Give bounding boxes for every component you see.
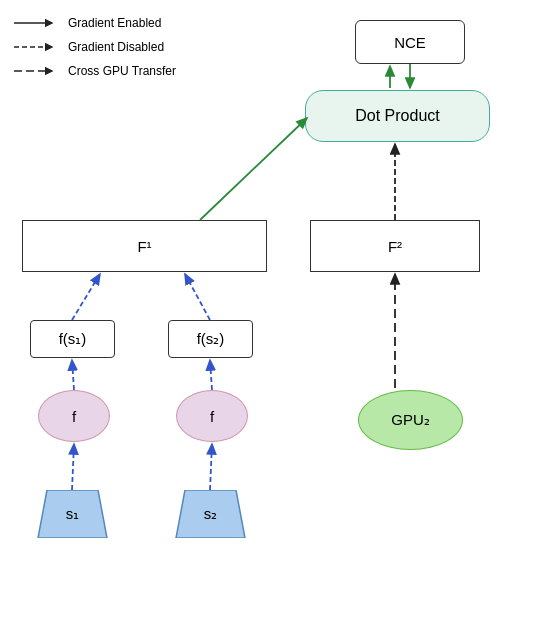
legend-line-dashed — [12, 39, 60, 55]
svg-line-9 — [72, 274, 100, 320]
gpu2-label: GPU₂ — [391, 411, 430, 429]
legend-line-solid — [12, 15, 60, 31]
s2-label: s₂ — [204, 505, 218, 523]
fs2-box: f(s₂) — [168, 320, 253, 358]
fs2-label: f(s₂) — [197, 330, 225, 348]
legend-cross-gpu: Cross GPU Transfer — [12, 60, 176, 82]
f-ellipse-left: f — [38, 390, 110, 442]
nce-box: NCE — [355, 20, 465, 64]
f-ellipse-right: f — [176, 390, 248, 442]
legend-label-wide-dashed: Cross GPU Transfer — [68, 60, 176, 82]
legend: Gradient Enabled Gradient Disabled Cross… — [12, 12, 176, 84]
svg-line-10 — [185, 274, 210, 320]
legend-label-solid: Gradient Enabled — [68, 12, 161, 34]
svg-line-14 — [210, 444, 212, 490]
dot-product-box: Dot Product — [305, 90, 490, 142]
svg-line-11 — [72, 360, 74, 390]
f2-box: F² — [310, 220, 480, 272]
diagram-container: Gradient Enabled Gradient Disabled Cross… — [0, 0, 554, 626]
f1-box: F¹ — [22, 220, 267, 272]
gpu2-ellipse: GPU₂ — [358, 390, 463, 450]
s2-shape: s₂ — [168, 490, 253, 538]
f-right-label: f — [210, 408, 214, 425]
fs1-label: f(s₁) — [59, 330, 87, 348]
nce-label: NCE — [394, 34, 426, 51]
s1-label: s₁ — [66, 505, 80, 523]
f2-label: F² — [388, 238, 402, 255]
svg-line-12 — [210, 360, 212, 390]
fs1-box: f(s₁) — [30, 320, 115, 358]
dot-product-label: Dot Product — [355, 107, 439, 125]
f-left-label: f — [72, 408, 76, 425]
legend-line-wide-dashed — [12, 63, 60, 79]
svg-line-13 — [72, 444, 74, 490]
f1-label: F¹ — [137, 238, 151, 255]
legend-label-dashed: Gradient Disabled — [68, 36, 164, 58]
legend-gradient-enabled: Gradient Enabled — [12, 12, 176, 34]
legend-gradient-disabled: Gradient Disabled — [12, 36, 176, 58]
svg-line-7 — [200, 118, 307, 220]
s1-shape: s₁ — [30, 490, 115, 538]
